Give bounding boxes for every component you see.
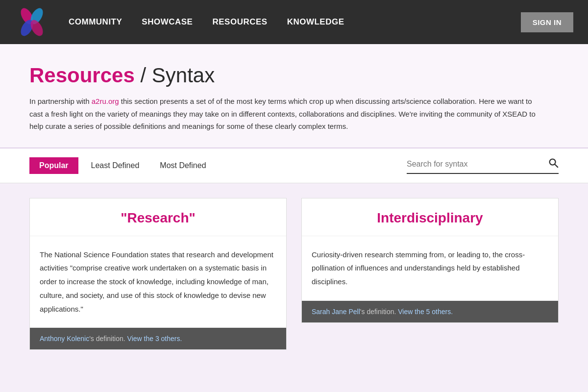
search-input[interactable] (407, 160, 544, 169)
tab-popular[interactable]: Popular (29, 157, 78, 174)
card-research: "Research" The National Science Foundati… (29, 198, 287, 350)
card-research-body: The National Science Foundation states t… (30, 236, 286, 328)
hero-section: Resources / Syntax In partnership with a… (0, 44, 588, 148)
search-button[interactable] (548, 157, 559, 171)
nav-knowledge[interactable]: KNOWLEDGE (287, 17, 344, 27)
sign-in-button[interactable]: SIGN IN (521, 12, 573, 32)
nav-links: COMMUNITY SHOWCASE RESOURCES KNOWLEDGE (69, 17, 521, 27)
logo[interactable] (15, 5, 49, 39)
card-interdisciplinary-title: Interdisciplinary (377, 210, 483, 225)
card-interdisciplinary-title-area: Interdisciplinary (302, 198, 558, 236)
nav-community[interactable]: COMMUNITY (69, 17, 122, 27)
tab-most-defined[interactable]: Most Defined (152, 157, 214, 174)
title-sep: / (135, 64, 152, 87)
search-wrap (407, 157, 559, 174)
card-research-title-area: "Research" (30, 198, 286, 236)
svg-line-5 (555, 164, 558, 167)
a2ru-link[interactable]: a2ru.org (92, 97, 119, 105)
main-nav: COMMUNITY SHOWCASE RESOURCES KNOWLEDGE S… (0, 0, 588, 44)
card-research-title: "Research" (121, 210, 196, 225)
tab-least-defined[interactable]: Least Defined (83, 157, 147, 174)
card-interdisciplinary-author-link[interactable]: Sarah Jane Pell (312, 308, 360, 316)
card-interdisciplinary-view-others-link[interactable]: View the 5 others. (398, 308, 453, 316)
card-research-view-others-link[interactable]: View the 3 others. (127, 335, 182, 343)
card-interdisciplinary-footer-text: 's definition. (360, 308, 396, 316)
card-research-author-link[interactable]: Anthony Kolenic (40, 335, 89, 343)
card-research-footer: Anthony Kolenic's definition. View the 3… (30, 328, 286, 349)
card-interdisciplinary: Interdisciplinary Curiosity-driven resea… (301, 198, 559, 323)
page-title: Resources / Syntax (29, 64, 559, 87)
nav-showcase[interactable]: SHOWCASE (142, 17, 193, 27)
card-research-footer-text: 's definition. (89, 335, 125, 343)
hero-description: In partnership with a2ru.org this sectio… (29, 95, 544, 133)
title-rest: Syntax (152, 64, 215, 87)
cards-area: "Research" The National Science Foundati… (0, 183, 588, 370)
card-interdisciplinary-footer: Sarah Jane Pell's definition. View the 5… (302, 301, 558, 322)
filter-tabs: Popular Least Defined Most Defined (29, 157, 407, 174)
filter-bar: Popular Least Defined Most Defined (0, 148, 588, 183)
title-brand: Resources (29, 64, 135, 87)
nav-resources[interactable]: RESOURCES (212, 17, 267, 27)
search-icon (548, 157, 559, 168)
card-interdisciplinary-body: Curiosity-driven research stemming from,… (302, 236, 558, 301)
